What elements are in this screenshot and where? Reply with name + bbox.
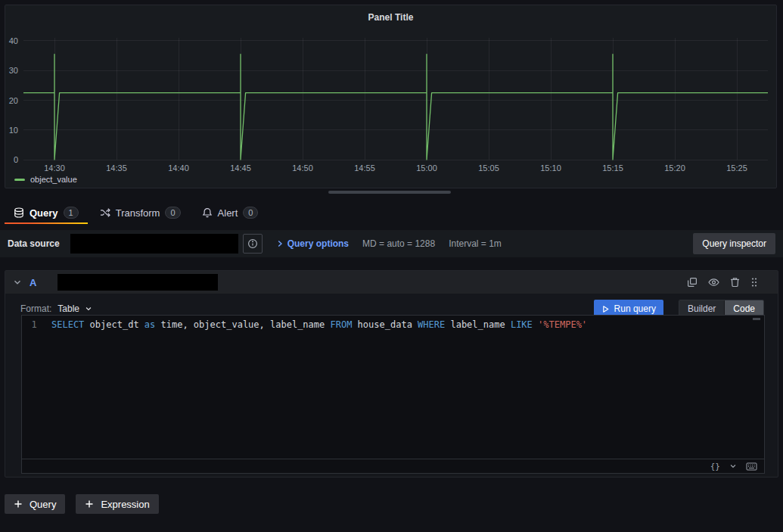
- datasource-help-button[interactable]: [243, 234, 263, 254]
- format-select[interactable]: Table: [57, 303, 92, 314]
- add-query-label: Query: [30, 499, 56, 510]
- add-expression-label: Expression: [101, 499, 149, 510]
- format-select-value: Table: [57, 303, 79, 314]
- tab-transform-badge: 0: [165, 207, 180, 219]
- info-circle-icon: [247, 238, 258, 249]
- svg-text:10: 10: [9, 126, 18, 135]
- svg-text:15:10: 15:10: [540, 163, 561, 173]
- tab-query-label: Query: [30, 207, 58, 219]
- query-row-card: A Format: Table: [5, 270, 778, 478]
- plus-icon: [85, 499, 94, 509]
- footer-actions: Query Expression: [5, 494, 159, 514]
- legend-series-label: object_value: [30, 175, 77, 184]
- svg-text:15:15: 15:15: [602, 163, 623, 173]
- svg-text:0: 0: [14, 155, 18, 164]
- time-series-chart: 01020304014:3014:3514:4014:4514:5014:551…: [5, 31, 776, 176]
- drag-handle-grip-icon[interactable]: [750, 277, 758, 288]
- delete-query-trash-icon[interactable]: [730, 277, 740, 288]
- line-number: 1: [22, 316, 46, 459]
- tab-alert-label: Alert: [218, 207, 238, 219]
- panel-title[interactable]: Panel Title: [5, 5, 776, 23]
- sql-code-editor[interactable]: 1 SELECT object_dt as time, object_value…: [21, 315, 765, 474]
- format-document-button[interactable]: {}: [710, 462, 720, 471]
- interval-text: Interval = 1m: [449, 238, 502, 249]
- svg-text:40: 40: [9, 36, 18, 45]
- panel: Panel Title 01020304014:3014:3514:4014:4…: [5, 5, 777, 188]
- tab-query-badge: 1: [64, 207, 79, 219]
- svg-text:14:30: 14:30: [44, 163, 65, 173]
- legend-series-swatch: [14, 179, 25, 181]
- svg-text:14:35: 14:35: [106, 163, 127, 173]
- query-datasource-picker[interactable]: [57, 274, 218, 291]
- database-icon: [14, 207, 24, 218]
- chevron-down-icon: [85, 305, 92, 313]
- hide-query-eye-icon[interactable]: [708, 278, 719, 287]
- legend-item[interactable]: object_value: [14, 175, 77, 184]
- editor-scrollbar[interactable]: [753, 318, 760, 320]
- bell-icon: [202, 207, 213, 218]
- keyboard-shortcuts-icon[interactable]: [746, 462, 757, 471]
- query-row-header: A: [5, 271, 778, 294]
- run-query-label: Run query: [614, 303, 656, 314]
- datasource-label: Data source: [8, 238, 60, 249]
- play-icon: [601, 305, 610, 313]
- datasource-picker[interactable]: [70, 234, 238, 254]
- query-ref-id: A: [30, 277, 36, 288]
- tab-alert[interactable]: Alert 0: [191, 201, 269, 224]
- svg-text:30: 30: [9, 66, 18, 75]
- svg-text:15:00: 15:00: [416, 163, 437, 173]
- tab-transform-label: Transform: [116, 207, 160, 219]
- format-label: Format:: [20, 303, 51, 314]
- svg-text:20: 20: [9, 96, 18, 105]
- code-editor-area[interactable]: 1 SELECT object_dt as time, object_value…: [22, 316, 764, 459]
- query-inspector-button[interactable]: Query inspector: [693, 233, 775, 254]
- chevron-down-icon: [13, 278, 22, 287]
- query-options-label: Query options: [287, 238, 349, 249]
- edit-pane-tabs: Query 1 Transform 0 Alert 0: [3, 201, 777, 224]
- datasource-bar: Data source Query options MD = auto = 12…: [0, 230, 783, 257]
- sql-code-line: SELECT object_dt as time, object_value, …: [46, 316, 587, 459]
- tab-transform[interactable]: Transform 0: [89, 201, 191, 224]
- svg-text:14:40: 14:40: [168, 163, 189, 173]
- svg-text:14:55: 14:55: [354, 163, 375, 173]
- svg-text:14:45: 14:45: [230, 163, 251, 173]
- chevron-down-icon[interactable]: [729, 462, 737, 470]
- svg-text:15:05: 15:05: [478, 163, 499, 173]
- svg-text:14:50: 14:50: [292, 163, 313, 173]
- collapse-query-button[interactable]: [13, 278, 22, 287]
- tab-query[interactable]: Query 1: [3, 201, 89, 224]
- editor-footer: {}: [22, 459, 764, 473]
- plus-icon: [14, 499, 23, 509]
- tab-alert-badge: 0: [243, 207, 258, 219]
- add-expression-button[interactable]: Expression: [76, 494, 158, 514]
- svg-text:15:20: 15:20: [664, 163, 685, 173]
- max-data-points-text: MD = auto = 1288: [362, 238, 435, 249]
- shuffle-icon: [100, 207, 110, 218]
- add-query-button[interactable]: Query: [5, 494, 65, 514]
- chevron-right-icon: [276, 240, 284, 247]
- svg-text:15:25: 15:25: [726, 163, 747, 173]
- duplicate-query-icon[interactable]: [687, 277, 698, 288]
- query-options-toggle[interactable]: Query options: [276, 238, 349, 249]
- panel-resize-handle[interactable]: [328, 191, 451, 194]
- query-header-actions: [687, 277, 770, 288]
